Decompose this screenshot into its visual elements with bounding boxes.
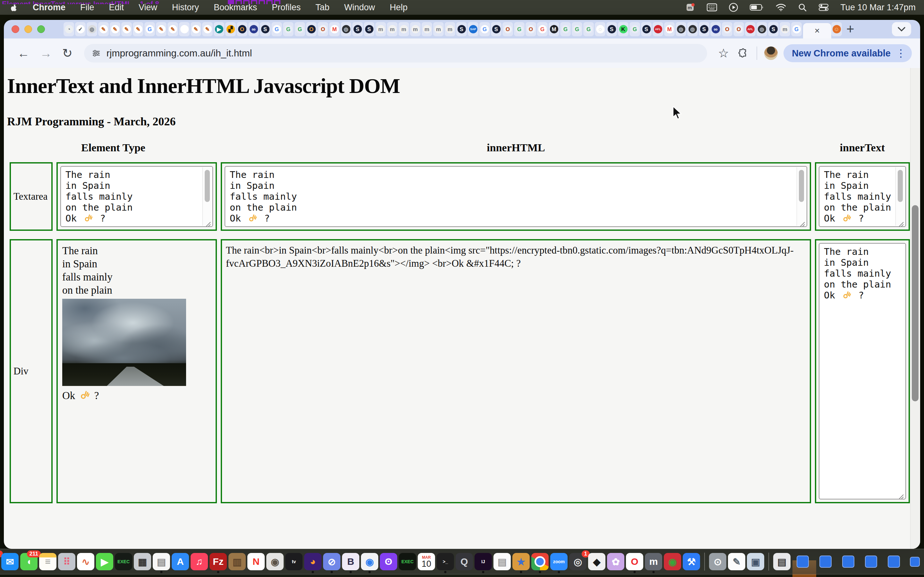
tab-7-G[interactable]: G (144, 22, 155, 36)
dock-icon-gimp[interactable]: ◉ (266, 553, 284, 570)
dock-icon-notes[interactable]: ≡ (39, 553, 57, 570)
dock-icon-intellij[interactable]: IJ (475, 553, 492, 570)
tab-15-navyO[interactable]: O (237, 22, 247, 36)
tab-45-gring[interactable]: G (583, 22, 594, 36)
dock-icon-apple-tv[interactable]: tv (285, 553, 302, 570)
tab-30-eleph[interactable]: m (410, 22, 421, 36)
dock-icon-opera[interactable]: O (626, 553, 643, 570)
resize-handle[interactable] (898, 219, 904, 225)
dock-icon-calendar[interactable]: MAR10 (418, 553, 435, 570)
tab-6-pen[interactable]: ✎ (133, 22, 144, 36)
tab-4-pen[interactable]: ✎ (110, 22, 120, 36)
dock-icon-inkscape[interactable]: ◆ (588, 553, 606, 570)
menu-item-window[interactable]: Window (344, 3, 375, 13)
tab-25-S[interactable]: S (352, 22, 363, 36)
menu-bar-clock[interactable]: Tue 10 Mar 1:47pm (840, 3, 916, 13)
dock-icon-exec-dark[interactable]: EXEC (399, 553, 416, 570)
tab-28-eleph[interactable]: m (387, 22, 397, 36)
play-circle-icon[interactable] (729, 3, 738, 12)
tab-50-S[interactable]: S (641, 22, 652, 36)
tab-23-gmail[interactable]: M (329, 22, 340, 36)
menu-item-bookmarks[interactable]: Bookmarks (214, 3, 257, 13)
dock-icon-camera-app[interactable]: ◎1 (569, 553, 586, 570)
battery-icon[interactable] (750, 3, 764, 11)
textarea-scrollbar-thumb[interactable] (799, 170, 804, 202)
update-chrome-button[interactable]: New Chrome available ⋮ (783, 44, 912, 62)
tab-16-abc[interactable]: ∞ (248, 22, 259, 36)
tab-57-oring[interactable]: O (722, 22, 732, 36)
tab-0-compass[interactable]: ◔ (63, 22, 74, 36)
tab-51-afl[interactable]: AFL (653, 22, 663, 36)
tab-48-K[interactable]: K (618, 22, 628, 36)
dock-icon-text-editor[interactable]: ✎ (728, 553, 745, 570)
dock-icon-tor[interactable]: ◉ (664, 553, 681, 570)
dock-icon-paw-app[interactable]: ✿ (607, 553, 624, 570)
app-window-icon[interactable]: m (686, 3, 695, 12)
dock-icon-keypad-phone[interactable]: ▦ (134, 553, 151, 570)
dock-icon-exec-terminal[interactable]: EXEC (115, 553, 132, 570)
dock-icon-news[interactable]: N (247, 553, 265, 570)
tab-42-mdark[interactable]: M (549, 22, 559, 36)
tab-43-gring[interactable]: G (560, 22, 571, 36)
tab-39-gring[interactable]: G (514, 22, 525, 36)
dock-icon-podcasts[interactable]: ʘ (380, 553, 397, 570)
dock-icon-music[interactable]: ♫ (191, 553, 208, 570)
tab-62-eleph[interactable]: m (780, 22, 790, 36)
textarea-element[interactable]: The rainin Spainfalls mainlyon the plain… (60, 166, 213, 227)
dock-icon-textedit[interactable]: ▤ (153, 553, 170, 570)
dock-icon-terminal[interactable]: >_ (437, 553, 454, 570)
tab-10-blank[interactable] (179, 22, 190, 36)
tab-49-gring[interactable]: G (630, 22, 640, 36)
menu-item-tab[interactable]: Tab (315, 3, 330, 13)
dock-icon-xcode[interactable]: ⚒ (683, 553, 700, 570)
tab-38-oring[interactable]: O (502, 22, 513, 36)
minimize-window-button[interactable] (24, 25, 32, 33)
tab-63-G[interactable]: G (791, 22, 802, 36)
resize-handle[interactable] (898, 491, 904, 498)
dock-icon-bear-b[interactable]: B (342, 553, 359, 570)
url-text[interactable]: rjmprogramming.com.au/ih_it.html (107, 48, 252, 59)
menu-item-edit[interactable]: Edit (109, 3, 124, 13)
tab-5-pen[interactable]: ✎ (121, 22, 132, 36)
dock-icon-mail[interactable]: ✉ (1, 553, 19, 570)
new-tab-button[interactable]: + (846, 23, 855, 36)
dock-icon-safari[interactable]: ◉ (361, 553, 378, 570)
wifi-icon[interactable] (775, 3, 787, 11)
active-tab[interactable]: × (803, 23, 831, 39)
tab-53-chrome[interactable]: ◍ (676, 22, 686, 36)
dock-icon-waveform-app[interactable]: ∿ (77, 553, 94, 570)
tab-book[interactable]: ☺ (831, 22, 842, 36)
dock-icon-zoom[interactable]: zoom (550, 553, 567, 570)
site-settings-icon[interactable] (92, 49, 101, 58)
textarea-scrollbar[interactable] (895, 167, 905, 226)
menu-item-chrome[interactable]: Chrome (33, 3, 65, 13)
bookmark-star-icon[interactable]: ☆ (718, 46, 729, 60)
textarea-innertext-editor[interactable]: The rainin Spainfalls mainlyon the plain… (819, 166, 906, 227)
tab-13-play[interactable]: ▶ (214, 22, 224, 36)
textarea-innerhtml-editor[interactable]: The rainin Spainfalls mainlyon the plain… (225, 166, 807, 227)
tab-18-G[interactable]: G (271, 22, 282, 36)
menu-item-help[interactable]: Help (390, 3, 408, 13)
dock-icon-document[interactable]: ▤ (493, 553, 511, 570)
tab-24-chrome[interactable]: ◍ (341, 22, 351, 36)
dock-icon-messages[interactable]: ◖211 (20, 553, 37, 570)
tab-35-sap[interactable]: SAP (468, 22, 478, 36)
tab-8-pen[interactable]: ✎ (156, 22, 166, 36)
textarea-scrollbar[interactable] (202, 167, 212, 226)
tab-46-dotted[interactable]: ◌ (595, 22, 606, 36)
minimized-window[interactable] (910, 557, 920, 567)
tab-14-sbs[interactable]: ▞ (225, 22, 236, 36)
close-window-button[interactable] (11, 25, 19, 33)
tab-60-chrome[interactable]: ◍ (756, 22, 767, 36)
tab-33-eleph[interactable]: m (445, 22, 455, 36)
textarea-scrollbar-thumb[interactable] (898, 170, 903, 202)
dock-icon-app-store[interactable]: A (172, 553, 189, 570)
back-button[interactable]: ← (17, 47, 29, 60)
browser-menu-icon[interactable]: ⋮ (896, 47, 906, 59)
div-innertext-editor[interactable]: The rainin Spainfalls mainlyon the plain… (819, 243, 906, 500)
page-scrollbar-thumb[interactable] (912, 205, 919, 401)
tab-40-oring[interactable]: O (525, 22, 536, 36)
tab-32-eleph[interactable]: m (433, 22, 444, 36)
close-tab-icon[interactable]: × (814, 26, 820, 36)
dock-icon-quicktime[interactable]: Q (456, 553, 473, 570)
